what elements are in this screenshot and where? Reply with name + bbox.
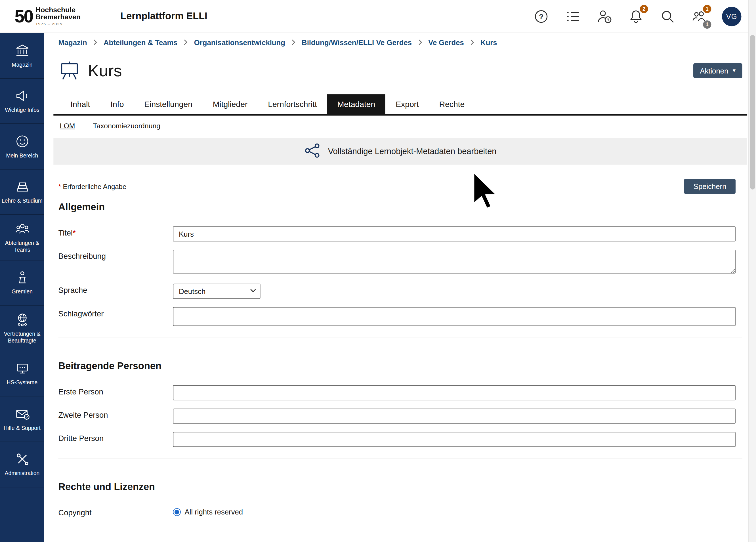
contacts-button[interactable]: 1 1 — [690, 8, 708, 25]
sidebar-item-label: Hilfe & Support — [4, 425, 41, 431]
required-note: * Erforderliche Angabe — [58, 182, 126, 190]
notifications-button[interactable]: 2 — [627, 8, 645, 25]
sprache-label: Sprache — [58, 284, 173, 295]
actions-button-label: Aktionen — [700, 66, 728, 75]
form-toolbar: * Erforderliche Angabe Speichern — [58, 179, 742, 194]
breadcrumb-item-ve-gerdes[interactable]: Ve Gerdes — [428, 38, 464, 46]
full-metadata-banner[interactable]: Vollständige Lernobjekt-Metadaten bearbe… — [53, 138, 747, 165]
sidebar-item-vertretungen-beauftragte[interactable]: Vertretungen & Beauftragte — [0, 306, 44, 351]
section-divider — [58, 459, 742, 459]
form-row-zweite-person: Zweite Person — [58, 409, 742, 424]
title-input[interactable] — [173, 226, 735, 241]
sidebar-item-label: Administration — [5, 470, 40, 477]
titel-label: Titel* — [58, 226, 173, 238]
tab-rechte[interactable]: Rechte — [429, 94, 475, 114]
language-select[interactable]: Deutsch — [173, 284, 260, 299]
third-person-input[interactable] — [173, 432, 735, 447]
sidebar-item-hilfe-support[interactable]: ? Hilfe & Support — [0, 396, 44, 442]
sidebar-item-label: Vertretungen & Beauftragte — [1, 330, 43, 344]
breadcrumb-item-abteilungen-teams[interactable]: Abteilungen & Teams — [104, 38, 178, 46]
first-person-input[interactable] — [173, 385, 735, 400]
question-circle-icon: ? — [534, 9, 548, 24]
breadcrumb-item-bildung-wissen[interactable]: Bildung/Wissen/ELLI Ve Gerdes — [302, 38, 412, 46]
vertical-scrollbar[interactable] — [748, 0, 756, 542]
subtab-taxonomiezuordnung[interactable]: Taxonomiezuordnung — [93, 122, 160, 130]
sidebar-item-administration[interactable]: Administration — [0, 442, 44, 487]
zweite-person-label: Zweite Person — [58, 409, 173, 420]
app-viewport: 50 Hochschule Bremerhaven 1975 – 2025 Le… — [0, 0, 756, 542]
section-heading-allgemein: Allgemein — [58, 201, 742, 213]
search-button[interactable] — [659, 8, 676, 25]
awareness-button[interactable] — [596, 8, 613, 25]
tab-metadaten[interactable]: Metadaten — [327, 94, 385, 114]
schlagwoerter-label: Schlagwörter — [58, 307, 173, 318]
form-row-erste-person: Erste Person — [58, 385, 742, 400]
second-person-input[interactable] — [173, 409, 735, 424]
megaphone-icon — [15, 89, 29, 103]
keywords-input[interactable] — [173, 307, 735, 326]
avatar[interactable]: VG — [722, 7, 741, 26]
sidebar-item-wichtige-infos[interactable]: Wichtige Infos — [0, 78, 44, 124]
tab-inhalt[interactable]: Inhalt — [60, 94, 100, 114]
required-asterisk: * — [73, 229, 76, 237]
tab-einstellungen[interactable]: Einstellungen — [134, 94, 203, 114]
tab-bar: Inhalt Info Einstellungen Mitglieder Ler… — [53, 94, 747, 115]
tab-lernfortschritt[interactable]: Lernfortschritt — [258, 94, 327, 114]
bank-icon — [15, 43, 29, 58]
chevron-right-icon — [184, 39, 188, 45]
podium-icon — [15, 270, 29, 285]
sidebar-item-hs-systeme[interactable]: HS-Systeme — [0, 351, 44, 396]
breadcrumb-item-organisationsentwicklung[interactable]: Organisationsentwicklung — [194, 38, 285, 46]
logo-50-mark: 50 — [14, 6, 33, 26]
form-row-schlagwoerter: Schlagwörter — [58, 307, 742, 326]
header-actions: ? — [532, 7, 741, 26]
breadcrumb-item-magazin[interactable]: Magazin — [58, 38, 87, 46]
copyright-option-label: All rights reserved — [185, 508, 243, 516]
books-icon — [15, 179, 29, 194]
sidebar-item-label: Lehre & Studium — [2, 197, 43, 204]
section-heading-rechte: Rechte und Lizenzen — [58, 482, 742, 493]
scrollbar-thumb[interactable] — [750, 35, 755, 189]
share-nodes-icon — [304, 142, 321, 161]
sidebar-item-magazin[interactable]: Magazin — [0, 33, 44, 78]
university-logo[interactable]: 50 Hochschule Bremerhaven 1975 – 2025 — [14, 6, 81, 26]
app-title: Lernplattform ELLI — [120, 11, 207, 22]
description-textarea[interactable] — [173, 250, 735, 274]
subtab-lom[interactable]: LOM — [60, 122, 75, 130]
contacts-badge-new: 1 — [703, 5, 711, 13]
caret-down-icon: ▾ — [733, 67, 736, 74]
mail-help-icon: ? — [15, 406, 29, 421]
full-metadata-banner-label: Vollständige Lernobjekt-Metadaten bearbe… — [328, 146, 497, 156]
tab-export[interactable]: Export — [385, 94, 429, 114]
breadcrumb: Magazin Abteilungen & Teams Organisation… — [44, 33, 748, 51]
sidebar-item-label: Mein Bereich — [6, 152, 38, 159]
sidebar-item-abteilungen-teams[interactable]: Abteilungen & Teams — [0, 215, 44, 260]
sidebar-item-label: Gremien — [12, 288, 33, 295]
svg-text:?: ? — [539, 12, 543, 20]
globe-icon — [15, 312, 29, 327]
tab-mitglieder[interactable]: Mitglieder — [203, 94, 258, 114]
people-icon — [15, 221, 29, 236]
tab-info[interactable]: Info — [100, 94, 134, 114]
section-divider — [58, 338, 742, 338]
page-title: Kurs — [88, 61, 122, 80]
todo-list-button[interactable] — [564, 8, 582, 25]
required-note-text: Erforderliche Angabe — [63, 182, 126, 190]
chevron-right-icon — [470, 39, 474, 45]
breadcrumb-item-kurs[interactable]: Kurs — [480, 38, 497, 46]
logo-text: Hochschule Bremerhaven 1975 – 2025 — [35, 6, 81, 26]
sidebar-item-label: Wichtige Infos — [5, 106, 39, 113]
save-button[interactable]: Speichern — [684, 179, 736, 194]
copyright-label: Copyright — [58, 506, 173, 517]
help-button[interactable]: ? — [532, 8, 550, 25]
form-row-dritte-person: Dritte Person — [58, 432, 742, 447]
sidebar-item-gremien[interactable]: Gremien — [0, 260, 44, 306]
top-header: 50 Hochschule Bremerhaven 1975 – 2025 Le… — [0, 0, 756, 33]
required-asterisk: * — [58, 182, 61, 190]
page-content: Kurs Aktionen ▾ Inhalt Info Einstellunge… — [44, 59, 748, 517]
actions-button[interactable]: Aktionen ▾ — [693, 63, 742, 78]
sidebar-item-lehre-studium[interactable]: Lehre & Studium — [0, 169, 44, 215]
copyright-radio[interactable] — [173, 508, 180, 516]
sidebar-item-mein-bereich[interactable]: Mein Bereich — [0, 124, 44, 169]
erste-person-label: Erste Person — [58, 385, 173, 396]
